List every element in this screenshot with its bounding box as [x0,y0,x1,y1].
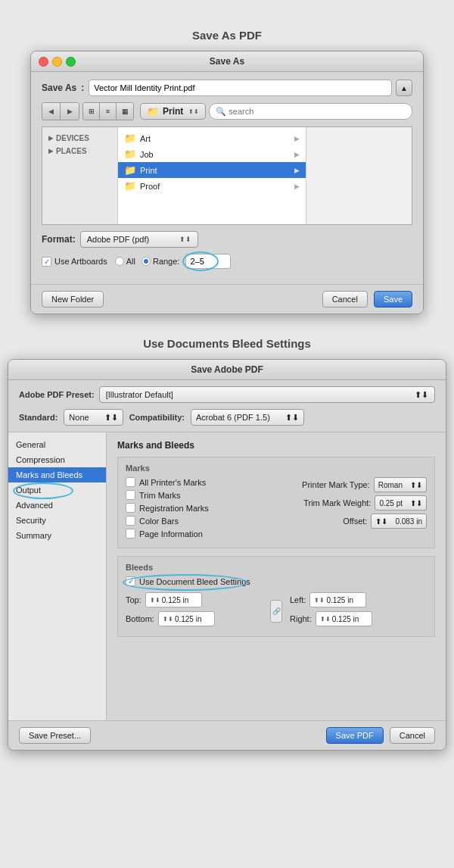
pdf-sidebar-advanced[interactable]: Advanced [8,498,106,513]
color-bars-label: Color Bars [139,517,179,526]
compat-select[interactable]: Acrobat 6 (PDF 1.5) ⬆⬇ [191,409,304,426]
pdf-sidebar-compression[interactable]: Compression [8,452,106,467]
bleed-left: Top: ⬆⬇ 0.125 in Bottom: ⬆⬇ 0.125 in [126,592,263,630]
page-info-label: Page Information [139,529,203,539]
format-row: Format: Adobe PDF (pdf) ⬆⬇ [42,231,412,248]
format-select-text: Adobe PDF (pdf) [87,235,150,244]
pdf-cancel-button[interactable]: Cancel [390,727,435,744]
icon-view-btn[interactable]: ⊞ [83,103,100,120]
column-view-btn[interactable]: ▦ [117,103,133,120]
standard-arrows-icon: ⬆⬇ [104,413,118,423]
close-button[interactable] [39,57,48,67]
all-radio[interactable] [115,257,124,266]
trim-marks-checkbox[interactable] [126,490,135,500]
file-item-print[interactable]: 📁 Print ▶ [118,162,306,178]
bleed-left-spinner-icon: ⬆⬇ [314,597,325,604]
range-radio[interactable] [141,257,151,266]
cancel-button[interactable]: Cancel [322,291,368,308]
bleed-bottom-spinner-icon: ⬆⬇ [163,616,173,623]
file-browser: ▶ DEVICES ▶ PLACES 📁 Art ▶ [42,126,412,225]
all-radio-label[interactable]: All [115,257,135,266]
offset-value: 0.083 in [395,517,422,526]
save-pdf-button[interactable]: Save PDF [326,727,384,744]
maximize-button[interactable] [66,57,76,67]
format-select-arrows-icon: ⬆⬇ [179,236,191,243]
filename-input[interactable] [89,80,392,96]
save-preset-button[interactable]: Save Preset... [19,727,91,744]
pdf-sidebar: General Compression Marks and Bleeds Out… [8,432,107,720]
use-doc-bleed-label: Use Document Bleed Settings [139,577,250,586]
range-input[interactable] [185,254,231,269]
marks-title: Marks [126,464,427,473]
bleed-bottom-input[interactable]: ⬆⬇ 0.125 in [158,611,215,626]
file-item-job[interactable]: 📁 Job ▶ [118,146,306,162]
format-label: Format: [42,234,76,245]
range-radio-label[interactable]: Range: [141,257,179,266]
preset-select[interactable]: [Illustrator Default] ⬆⬇ [99,386,435,403]
location-text: Print [163,106,183,117]
color-bars-checkbox[interactable] [126,516,135,526]
printer-mark-type-select[interactable]: Roman ⬆⬇ [374,477,427,492]
radio-group: All Range: [115,254,232,269]
devices-arrow-icon: ▶ [48,135,53,142]
file-item-art[interactable]: 📁 Art ▶ [118,130,306,146]
dialog-body: Save As: ▲ ◀ ▶ ⊞ ≡ ▦ 📁 Print ⬆⬇ 🔍 [31,72,423,284]
minimize-button[interactable] [52,57,62,67]
folder-icon-job: 📁 [124,148,136,160]
section2-title: Use Documents Bleed Settings [0,337,454,350]
forward-btn[interactable]: ▶ [61,103,79,120]
pdf-footer: Save Preset... Save PDF Cancel [8,720,446,750]
trim-mark-weight-label: Trim Mark Weight: [303,498,371,507]
range-label: Range: [153,257,179,266]
marks-left: All Printer's Marks Trim Marks Registrat… [126,477,269,542]
bleed-top-input[interactable]: ⬆⬇ 0.125 in [145,592,202,607]
new-folder-button[interactable]: New Folder [42,291,104,308]
compat-value: Acrobat 6 (PDF 1.5) [196,413,270,422]
use-doc-bleed-checkbox[interactable]: ✓ [126,576,135,586]
list-view-btn[interactable]: ≡ [100,103,117,120]
pdf-sidebar-general[interactable]: General [8,437,106,452]
standard-select[interactable]: None ⬆⬇ [64,409,123,426]
use-artboards-checkbox[interactable]: ✓ [42,257,51,267]
pdf-sidebar-summary[interactable]: Summary [8,528,106,543]
file-name-art: Art [140,134,151,143]
offset-spinner-icon: ⬆⬇ [375,517,387,526]
sidebar-places[interactable]: ▶ PLACES [42,145,117,158]
trim-mark-weight-row: Trim Mark Weight: 0.25 pt ⬆⬇ [284,495,427,510]
search-input[interactable] [229,107,406,116]
bleed-left-input[interactable]: ⬆⬇ 0.125 in [309,592,366,607]
save-button[interactable]: Save [374,291,412,308]
file-arrow-art: ▶ [294,135,300,142]
pdf-dialog-titlebar: Save Adobe PDF [8,360,446,380]
format-select[interactable]: Adobe PDF (pdf) ⬆⬇ [80,231,199,248]
bleed-right-input[interactable]: ⬆⬇ 0.125 in [316,611,372,626]
trim-mark-weight-select[interactable]: 0.25 pt ⬆⬇ [375,495,427,510]
pdf-sidebar-security[interactable]: Security [8,513,106,528]
all-printers-row: All Printer's Marks [126,477,269,487]
page-info-row: Page Information [126,529,269,539]
pdf-sidebar-marks[interactable]: Marks and Bleeds [8,467,106,482]
location-dropdown[interactable]: 📁 Print ⬆⬇ [140,103,206,120]
all-printers-checkbox[interactable] [126,477,135,487]
printer-mark-type-value: Roman [378,481,403,489]
bleed-bottom-row: Bottom: ⬆⬇ 0.125 in [126,611,263,626]
back-btn[interactable]: ◀ [42,103,61,120]
sidebar-devices[interactable]: ▶ DEVICES [42,132,117,145]
traffic-lights [39,57,76,67]
file-item-proof[interactable]: 📁 Proof ▶ [118,178,306,194]
trim-mark-weight-arrows-icon: ⬆⬇ [410,499,422,507]
offset-select[interactable]: ⬆⬇ 0.083 in [371,514,427,529]
reg-marks-checkbox[interactable] [126,503,135,513]
trim-mark-weight-value: 0.25 pt [379,499,403,507]
use-artboards-label[interactable]: ✓ Use Artboards [42,257,107,267]
places-label: PLACES [56,147,87,155]
preset-label: Adobe PDF Preset: [19,390,95,399]
filename-row: Save As: ▲ [42,80,412,96]
link-icon: 🔗 [270,600,282,623]
collapse-btn[interactable]: ▲ [396,80,412,96]
page-info-checkbox[interactable] [126,529,135,539]
pdf-sidebar-output[interactable]: Output [8,482,106,498]
standard-label: Standard: [19,413,58,422]
preset-arrows-icon: ⬆⬇ [415,390,428,400]
bleeds-section: Bleeds ✓ Use Document Bleed Settings Top… [117,556,435,637]
